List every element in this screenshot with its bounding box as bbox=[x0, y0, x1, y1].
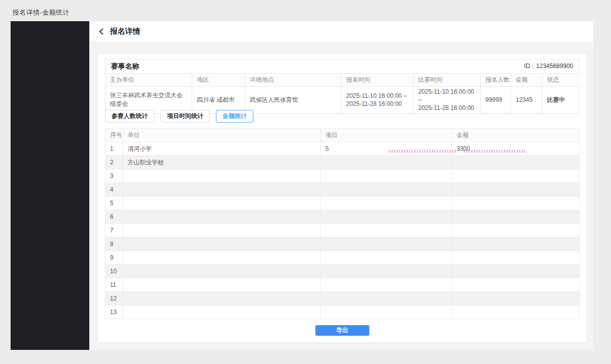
table-row: 7 bbox=[105, 224, 580, 237]
cell-index: 6 bbox=[105, 210, 123, 224]
cell-amount: 12345 bbox=[511, 86, 542, 113]
col-region: 地区 bbox=[192, 73, 245, 86]
cell-money bbox=[452, 210, 580, 224]
cell-project bbox=[321, 306, 452, 319]
design-canvas: 报名详情-金额统计 报名详情 赛事名称 ID：12345689900 bbox=[0, 0, 611, 364]
table-row: 13 bbox=[105, 306, 580, 319]
cell-unit bbox=[123, 169, 321, 183]
col-organizer: 主办单位 bbox=[105, 73, 192, 86]
cell-project bbox=[321, 156, 452, 169]
cell-money bbox=[452, 169, 580, 183]
cell-project bbox=[321, 169, 452, 183]
detail-title: 报名详情 bbox=[110, 27, 140, 36]
cell-index: 10 bbox=[105, 265, 123, 278]
cell-unit bbox=[123, 292, 321, 306]
col-signup-count: 报名人数 bbox=[480, 73, 511, 86]
app-mockup: 报名详情 赛事名称 ID：12345689900 bbox=[11, 21, 593, 350]
cell-money bbox=[452, 251, 580, 265]
cell-money bbox=[452, 265, 580, 278]
cell-money: 3300 bbox=[452, 142, 580, 156]
back-button[interactable] bbox=[98, 28, 105, 35]
event-info-section: 赛事名称 ID：12345689900 主办单位 地区 详细地点 bbox=[105, 59, 579, 114]
stats-header-row: 序号 单位 项目 金额 bbox=[105, 129, 580, 142]
cell-project bbox=[321, 265, 452, 278]
cell-organizer: 张三丰杯武术养生交流大会组委会 bbox=[105, 86, 192, 113]
tab-project-time-stats[interactable]: 项目时间统计 bbox=[160, 110, 210, 123]
cell-project bbox=[321, 278, 452, 292]
col-unit: 单位 bbox=[123, 129, 321, 142]
cell-signup-count: 99999 bbox=[480, 86, 511, 113]
col-project: 项目 bbox=[321, 129, 452, 142]
chevron-left-icon bbox=[98, 28, 105, 35]
event-data-row: 张三丰杯武术养生交流大会组委会 四川省 成都市 武侯区人民体育馆 2025-11… bbox=[105, 86, 580, 113]
col-money: 金额 bbox=[452, 129, 580, 142]
page-title: 报名详情-金额统计 bbox=[13, 8, 70, 17]
cell-project bbox=[321, 292, 452, 306]
cell-money bbox=[452, 306, 580, 319]
cell-index: 11 bbox=[105, 278, 123, 292]
cell-money bbox=[452, 278, 580, 292]
col-venue: 详细地点 bbox=[245, 73, 341, 86]
event-id-value: 12345689900 bbox=[536, 63, 573, 70]
table-row: 8 bbox=[105, 237, 580, 251]
cell-project bbox=[321, 197, 452, 210]
cell-project bbox=[321, 210, 452, 224]
cell-index: 3 bbox=[105, 169, 123, 183]
cell-signup-time: 2025-11-10 16:00:00 – 2025-11-28 16:00:0… bbox=[341, 86, 413, 113]
tab-amount-stats[interactable]: 金额统计 bbox=[216, 110, 253, 123]
amount-stats-table: 序号 单位 项目 金额 1清河小学533002方山职业学校34567891011… bbox=[105, 128, 580, 319]
cell-money bbox=[452, 237, 580, 251]
cell-project bbox=[321, 251, 452, 265]
tab-participant-stats[interactable]: 参赛人数统计 bbox=[105, 110, 154, 123]
export-row: 导出 bbox=[97, 325, 587, 336]
cell-venue: 武侯区人民体育馆 bbox=[245, 86, 341, 113]
cell-project: 5 bbox=[321, 142, 452, 156]
cell-index: 8 bbox=[105, 237, 123, 251]
event-info-table: 主办单位 地区 详细地点 报名时间 比赛时间 报名人数 金额 状态 bbox=[105, 73, 580, 113]
cell-index: 13 bbox=[105, 306, 123, 319]
cell-index: 5 bbox=[105, 197, 123, 210]
export-button[interactable]: 导出 bbox=[315, 325, 369, 336]
cell-match-time: 2025-11-10 16:00:00 – 2025-11-28 16:00:0… bbox=[413, 86, 480, 113]
cell-project bbox=[321, 224, 452, 237]
table-row: 1清河小学53300 bbox=[105, 142, 580, 156]
table-row: 5 bbox=[105, 197, 580, 210]
event-detail-card: 赛事名称 ID：12345689900 主办单位 地区 详细地点 bbox=[97, 53, 587, 343]
table-row: 3 bbox=[105, 169, 580, 183]
sidebar bbox=[11, 21, 89, 350]
table-row: 4 bbox=[105, 183, 580, 197]
cell-unit bbox=[123, 183, 321, 197]
status-badge: 比赛中 bbox=[542, 86, 580, 113]
col-index: 序号 bbox=[105, 129, 123, 142]
cell-money bbox=[452, 224, 580, 237]
stats-table-body: 1清河小学533002方山职业学校345678910111213 bbox=[105, 142, 580, 319]
cell-index: 9 bbox=[105, 251, 123, 265]
cell-money bbox=[452, 197, 580, 210]
col-status: 状态 bbox=[542, 73, 580, 86]
stat-tabs: 参赛人数统计项目时间统计金额统计 bbox=[105, 110, 253, 123]
cell-unit bbox=[123, 224, 321, 237]
table-row: 9 bbox=[105, 251, 580, 265]
table-row: 12 bbox=[105, 292, 580, 306]
cell-region: 四川省 成都市 bbox=[192, 86, 245, 113]
cell-index: 4 bbox=[105, 183, 123, 197]
table-row: 6 bbox=[105, 210, 580, 224]
col-match-time: 比赛时间 bbox=[413, 73, 480, 86]
event-id-label: ID： bbox=[524, 63, 536, 70]
cell-unit bbox=[123, 237, 321, 251]
cell-unit bbox=[123, 278, 321, 292]
cell-unit bbox=[123, 251, 321, 265]
event-header-row: 主办单位 地区 详细地点 报名时间 比赛时间 报名人数 金额 状态 bbox=[105, 73, 580, 86]
event-name-heading: 赛事名称 bbox=[111, 62, 139, 71]
col-amount: 金额 bbox=[511, 73, 542, 86]
table-row: 2方山职业学校 bbox=[105, 156, 580, 169]
cell-unit bbox=[123, 265, 321, 278]
cell-unit: 清河小学 bbox=[123, 142, 321, 156]
cell-unit: 方山职业学校 bbox=[123, 156, 321, 169]
event-id: ID：12345689900 bbox=[524, 62, 573, 71]
cell-index: 12 bbox=[105, 292, 123, 306]
detail-header: 报名详情 bbox=[89, 21, 593, 41]
cell-project bbox=[321, 237, 452, 251]
col-signup-time: 报名时间 bbox=[341, 73, 413, 86]
cell-index: 7 bbox=[105, 224, 123, 237]
